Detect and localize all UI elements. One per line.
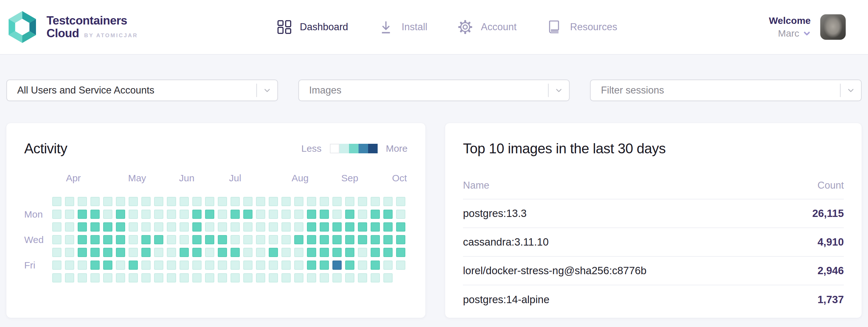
nav-item-account[interactable]: Account <box>458 20 517 34</box>
heatmap-cell[interactable] <box>205 235 214 244</box>
heatmap-cell[interactable] <box>307 261 316 270</box>
heatmap-cell[interactable] <box>256 197 265 206</box>
nav-item-dashboard[interactable]: Dashboard <box>277 20 348 34</box>
heatmap-cell[interactable] <box>256 235 265 244</box>
heatmap-cell[interactable] <box>333 248 342 257</box>
heatmap-cell[interactable] <box>103 197 113 206</box>
heatmap-cell[interactable] <box>52 209 61 219</box>
heatmap-cell[interactable] <box>103 261 113 270</box>
heatmap-cell[interactable] <box>383 197 393 206</box>
heatmap-cell[interactable] <box>142 261 151 270</box>
heatmap-cell[interactable] <box>345 261 354 270</box>
testcontainers-logo[interactable]: Testcontainers Cloud BY ATOMICJAR <box>6 10 138 43</box>
heatmap-cell[interactable] <box>218 261 227 270</box>
avatar[interactable] <box>820 14 846 40</box>
heatmap-cell[interactable] <box>371 261 380 270</box>
heatmap-cell[interactable] <box>230 209 240 219</box>
heatmap-cell[interactable] <box>142 209 151 219</box>
heatmap-cell[interactable] <box>345 273 354 283</box>
heatmap-cell[interactable] <box>65 248 74 257</box>
heatmap-cell[interactable] <box>396 235 405 244</box>
heatmap-cell[interactable] <box>142 273 151 283</box>
heatmap-cell[interactable] <box>52 235 61 244</box>
heatmap-cell[interactable] <box>78 273 87 283</box>
heatmap-cell[interactable] <box>243 197 252 206</box>
heatmap-cell[interactable] <box>281 209 291 219</box>
heatmap-cell[interactable] <box>294 209 304 219</box>
heatmap-cell[interactable] <box>205 261 214 270</box>
heatmap-cell[interactable] <box>180 222 189 232</box>
heatmap-cell[interactable] <box>180 235 189 244</box>
heatmap-cell[interactable] <box>269 209 278 219</box>
heatmap-cell[interactable] <box>65 261 74 270</box>
heatmap-cell[interactable] <box>383 273 393 283</box>
heatmap-cell[interactable] <box>383 261 393 270</box>
heatmap-cell[interactable] <box>371 222 380 232</box>
heatmap-cell[interactable] <box>269 248 278 257</box>
heatmap-cell[interactable] <box>294 261 304 270</box>
heatmap-cell[interactable] <box>103 222 113 232</box>
heatmap-cell[interactable] <box>281 222 291 232</box>
heatmap-cell[interactable] <box>243 209 252 219</box>
heatmap-cell[interactable] <box>358 273 367 283</box>
heatmap-cell[interactable] <box>167 209 176 219</box>
heatmap-cell[interactable] <box>154 235 163 244</box>
heatmap-cell[interactable] <box>218 273 227 283</box>
heatmap-cell[interactable] <box>78 209 87 219</box>
heatmap-cell[interactable] <box>90 197 100 206</box>
images-filter-select[interactable]: Images <box>298 79 570 101</box>
heatmap-cell[interactable] <box>294 197 304 206</box>
heatmap-cell[interactable] <box>90 235 100 244</box>
heatmap-cell[interactable] <box>383 248 393 257</box>
heatmap-cell[interactable] <box>103 209 113 219</box>
heatmap-cell[interactable] <box>345 222 354 232</box>
heatmap-cell[interactable] <box>320 273 329 283</box>
heatmap-cell[interactable] <box>307 222 316 232</box>
heatmap-cell[interactable] <box>294 222 304 232</box>
nav-item-install[interactable]: Install <box>379 20 427 34</box>
heatmap-cell[interactable] <box>78 197 87 206</box>
heatmap-cell[interactable] <box>142 222 151 232</box>
heatmap-cell[interactable] <box>371 235 380 244</box>
heatmap-cell[interactable] <box>218 235 227 244</box>
heatmap-cell[interactable] <box>307 235 316 244</box>
heatmap-cell[interactable] <box>333 235 342 244</box>
heatmap-cell[interactable] <box>371 248 380 257</box>
heatmap-cell[interactable] <box>78 222 87 232</box>
heatmap-cell[interactable] <box>129 222 138 232</box>
heatmap-cell[interactable] <box>320 209 329 219</box>
heatmap-cell[interactable] <box>281 235 291 244</box>
heatmap-cell[interactable] <box>396 197 405 206</box>
heatmap-cell[interactable] <box>65 235 74 244</box>
heatmap-cell[interactable] <box>333 273 342 283</box>
heatmap-cell[interactable] <box>116 261 125 270</box>
heatmap-cell[interactable] <box>333 222 342 232</box>
heatmap-cell[interactable] <box>256 209 265 219</box>
heatmap-cell[interactable] <box>78 261 87 270</box>
heatmap-cell[interactable] <box>192 235 202 244</box>
heatmap-cell[interactable] <box>358 248 367 257</box>
heatmap-cell[interactable] <box>103 273 113 283</box>
users-filter-select[interactable]: All Users and Service Accounts <box>6 79 278 101</box>
heatmap-cell[interactable] <box>307 248 316 257</box>
nav-item-resources[interactable]: Resources <box>547 20 617 34</box>
heatmap-cell[interactable] <box>154 222 163 232</box>
heatmap-cell[interactable] <box>281 273 291 283</box>
heatmap-cell[interactable] <box>281 248 291 257</box>
heatmap-cell[interactable] <box>167 261 176 270</box>
heatmap-cell[interactable] <box>243 222 252 232</box>
heatmap-cell[interactable] <box>396 248 405 257</box>
heatmap-cell[interactable] <box>142 248 151 257</box>
heatmap-cell[interactable] <box>396 261 405 270</box>
heatmap-cell[interactable] <box>218 222 227 232</box>
heatmap-cell[interactable] <box>396 222 405 232</box>
heatmap-cell[interactable] <box>167 235 176 244</box>
heatmap-cell[interactable] <box>167 273 176 283</box>
sessions-filter-select[interactable]: Filter sessions <box>590 79 862 101</box>
heatmap-cell[interactable] <box>192 261 202 270</box>
heatmap-cell[interactable] <box>192 248 202 257</box>
heatmap-cell[interactable] <box>320 197 329 206</box>
heatmap-cell[interactable] <box>371 197 380 206</box>
heatmap-cell[interactable] <box>269 235 278 244</box>
heatmap-cell[interactable] <box>320 235 329 244</box>
